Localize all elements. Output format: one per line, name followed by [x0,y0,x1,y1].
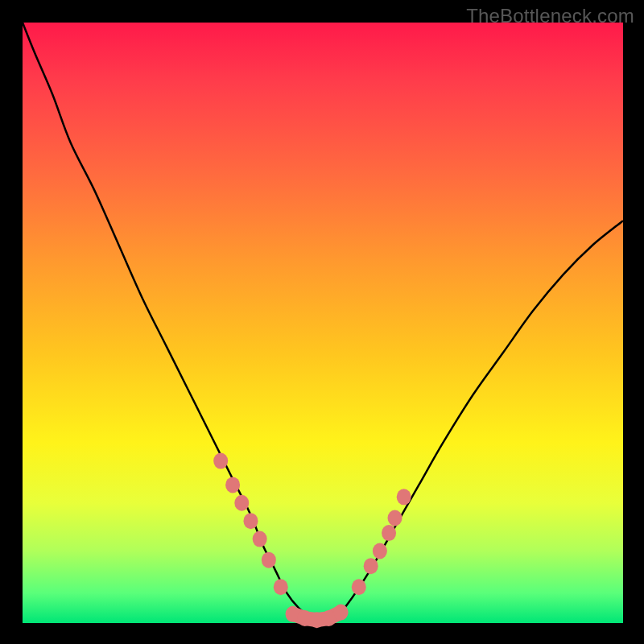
data-marker [397,489,411,505]
data-marker [388,510,402,526]
data-marker [364,558,378,574]
marker-cluster-bottom [286,605,349,629]
marker-cluster-right [352,489,411,595]
data-marker [225,477,240,493]
data-marker [243,513,258,529]
data-marker [262,552,276,568]
data-marker [253,531,267,547]
data-marker [333,605,348,621]
chart-container: TheBottleneck.com [0,0,644,644]
data-marker [213,453,228,469]
data-marker [274,579,288,595]
bottleneck-curve-path [23,23,623,620]
data-marker [373,543,387,559]
data-marker [234,495,249,511]
bottleneck-curve-svg [23,23,623,623]
data-marker [382,525,396,541]
data-marker [352,579,366,595]
plot-area [23,23,623,623]
